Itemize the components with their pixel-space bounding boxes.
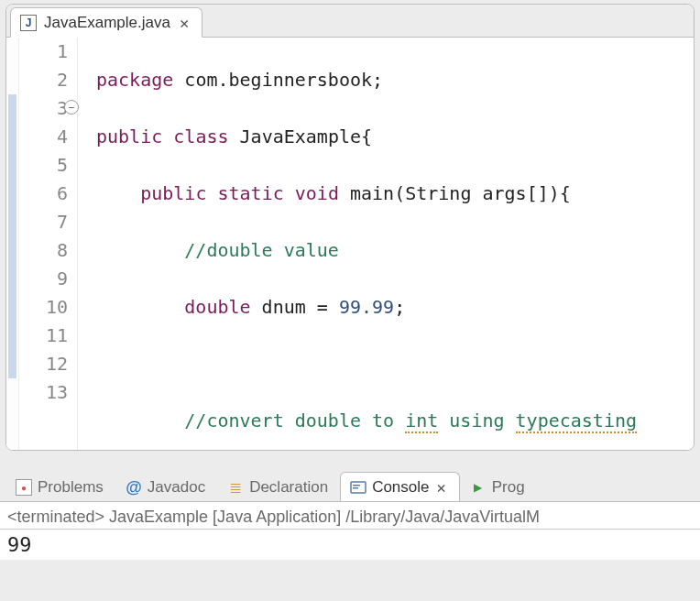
line-number-gutter: 1 2 3− 4 5 6 7 8 9 10 11 12 13 bbox=[19, 38, 78, 450]
svg-rect-2 bbox=[353, 487, 358, 489]
line-number: 12 bbox=[46, 353, 68, 375]
declaration-icon bbox=[227, 479, 244, 496]
line-number: 5 bbox=[57, 154, 68, 176]
svg-rect-1 bbox=[353, 485, 360, 486]
left-margin-strip bbox=[6, 38, 19, 450]
line-number: 13 bbox=[46, 381, 68, 403]
progress-icon bbox=[470, 479, 487, 496]
editor-tab-bar: J JavaExample.java ✕ bbox=[6, 5, 694, 38]
fold-toggle-icon[interactable]: − bbox=[64, 100, 79, 115]
problems-icon bbox=[16, 479, 32, 496]
console-output: 99 bbox=[0, 530, 700, 560]
javadoc-icon: @ bbox=[126, 479, 142, 496]
close-icon[interactable]: ✕ bbox=[178, 14, 191, 32]
editor-tab-active[interactable]: J JavaExample.java ✕ bbox=[10, 7, 202, 38]
view-tab-bar: Problems @ Javadoc Declaration Console ✕… bbox=[0, 469, 700, 502]
editor-pane: J JavaExample.java ✕ 1 2 3− 4 5 6 7 8 9 … bbox=[5, 4, 695, 451]
tab-problems[interactable]: Problems bbox=[5, 472, 115, 502]
code-text[interactable]: package com.beginnersbook; public class … bbox=[78, 38, 637, 450]
console-termination-line: <terminated> JavaExample [Java Applicati… bbox=[0, 502, 700, 530]
line-number: 7 bbox=[57, 211, 68, 233]
line-number: 10 bbox=[46, 296, 68, 318]
close-icon[interactable]: ✕ bbox=[435, 478, 448, 497]
editor-tab-filename: JavaExample.java bbox=[44, 14, 170, 32]
line-number: 8 bbox=[57, 239, 68, 261]
line-number: 9 bbox=[57, 268, 68, 290]
tab-javadoc[interactable]: @ Javadoc bbox=[115, 472, 217, 502]
line-number: 6 bbox=[57, 182, 68, 204]
console-icon bbox=[350, 479, 366, 496]
tab-declaration[interactable]: Declaration bbox=[217, 472, 340, 502]
tab-console[interactable]: Console ✕ bbox=[340, 472, 460, 502]
line-number: 2 bbox=[57, 69, 68, 91]
bottom-pane: Problems @ Javadoc Declaration Console ✕… bbox=[0, 469, 700, 560]
tab-progress[interactable]: Prog bbox=[460, 472, 537, 502]
line-number: 11 bbox=[46, 324, 68, 346]
line-number: 4 bbox=[57, 126, 68, 148]
line-number: 1 bbox=[57, 40, 68, 62]
code-area[interactable]: 1 2 3− 4 5 6 7 8 9 10 11 12 13 package c… bbox=[6, 38, 694, 450]
java-file-icon: J bbox=[20, 15, 37, 31]
